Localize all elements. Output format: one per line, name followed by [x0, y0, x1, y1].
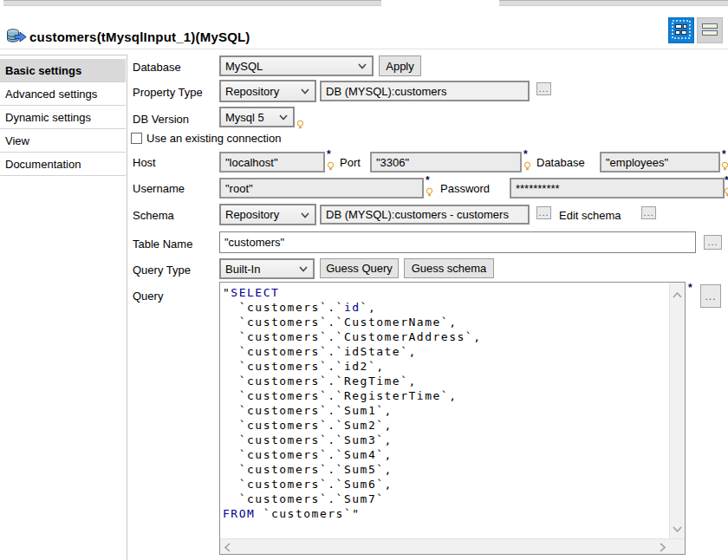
sidebar-top-border	[0, 55, 127, 55]
database-name-field[interactable]: "employees"	[600, 152, 720, 173]
query-code-line: `customers`.`Sum2`,	[223, 418, 667, 433]
db-version-combo[interactable]: Mysql 5	[219, 107, 295, 127]
db-version-label: DB Version	[133, 113, 189, 126]
table-name-more-button[interactable]: ...	[704, 235, 722, 250]
query-code-line: `customers`.`Sum1`,	[223, 403, 667, 418]
form-view-icon	[672, 20, 691, 42]
chevron-down-icon	[301, 212, 309, 218]
required-asterisk: *	[523, 148, 528, 160]
property-type-label: Property Type	[133, 86, 203, 99]
guess-query-button[interactable]: Guess Query	[320, 258, 399, 278]
schema-repository-field[interactable]: DB (MYSQL):customers - customers	[320, 205, 530, 225]
sidebar-item-dynamic-settings[interactable]: Dynamic settings	[0, 106, 126, 129]
edit-schema-more-button[interactable]: ...	[641, 206, 656, 219]
edit-schema-label: Edit schema	[559, 209, 621, 222]
editor-tab-strip-right[interactable]	[499, 0, 728, 6]
query-more-button[interactable]: ...	[700, 284, 721, 308]
query-code-line: `customers`.`id`,	[223, 300, 667, 315]
apply-button[interactable]: Apply	[379, 55, 421, 76]
query-code-line: "SELECT	[223, 285, 667, 300]
db-input-icon	[6, 29, 27, 48]
table-view-toggle-button[interactable]	[697, 17, 723, 43]
editor-tab-strip-left[interactable]	[3, 0, 381, 6]
sidebar-divider	[127, 55, 127, 560]
chevron-down-icon	[301, 88, 309, 94]
database-combo-value: MySQL	[225, 60, 263, 73]
hint-bulb-icon	[426, 187, 433, 200]
use-existing-connection-checkbox[interactable]	[131, 133, 142, 144]
schema-label: Schema	[133, 209, 174, 222]
required-asterisk: *	[688, 282, 692, 294]
chevron-down-icon	[279, 114, 288, 120]
query-code-line: `customers`.`Sum7`	[223, 492, 667, 506]
query-code-line: `customers`.`Sum4`,	[223, 447, 667, 462]
query-type-label: Query Type	[133, 264, 191, 277]
page-title: customers(tMysqlInput_1)(MySQL)	[29, 29, 250, 44]
query-type-combo[interactable]: Built-In	[219, 258, 315, 279]
database-combo[interactable]: MySQL	[219, 55, 374, 76]
db-version-combo-value: Mysql 5	[225, 111, 264, 124]
schema-combo-value: Repository	[225, 208, 279, 221]
query-vertical-scrollbar[interactable]	[669, 283, 685, 539]
password-label: Password	[440, 182, 490, 195]
chevron-down-icon	[358, 63, 367, 69]
query-code-line: `customers`.`id2`,	[223, 359, 667, 374]
scroll-right-icon[interactable]	[660, 542, 666, 555]
sidebar-item-documentation[interactable]: Documentation	[0, 153, 126, 176]
query-code-line: `customers`.`Sum3`,	[223, 433, 667, 447]
property-type-combo[interactable]: Repository	[219, 80, 316, 102]
query-code-line: `customers`.`Sum6`,	[223, 477, 667, 492]
sidebar-item-view[interactable]: View	[0, 129, 126, 153]
query-editor[interactable]: "SELECT `customers`.`id`, `customers`.`C…	[219, 282, 686, 555]
form-view-toggle-button[interactable]	[668, 17, 694, 43]
hint-bulb-icon	[296, 120, 304, 133]
password-field[interactable]: **********	[510, 178, 725, 199]
required-asterisk: *	[725, 174, 728, 186]
scroll-down-icon[interactable]	[673, 522, 682, 535]
component-settings-view: customers(tMysqlInput_1)(MySQL) Basic se…	[0, 0, 728, 560]
port-label: Port	[340, 156, 361, 169]
query-horizontal-scrollbar[interactable]	[220, 538, 685, 554]
use-existing-connection-label: Use an existing connection	[146, 132, 281, 145]
scroll-up-icon[interactable]	[673, 288, 682, 301]
host-field[interactable]: "localhost"	[219, 152, 325, 173]
query-code-line: `customers`.`idState`,	[223, 344, 667, 359]
table-name-field[interactable]: "customers"	[219, 231, 696, 253]
username-field[interactable]: "root"	[219, 178, 424, 199]
query-code[interactable]: "SELECT `customers`.`id`, `customers`.`C…	[223, 285, 667, 537]
sidebar-item-advanced-settings[interactable]: Advanced settings	[0, 82, 126, 106]
port-field[interactable]: "3306"	[370, 152, 522, 173]
table-view-icon	[700, 20, 719, 41]
required-asterisk: *	[426, 174, 430, 186]
chevron-down-icon	[299, 266, 308, 272]
property-repository-field[interactable]: DB (MYSQL):customers	[320, 81, 530, 101]
hint-bulb-icon	[724, 187, 728, 200]
hint-bulb-icon	[327, 161, 335, 174]
table-name-label: Table Name	[133, 238, 192, 251]
query-code-line: `customers`.`Sum5`,	[223, 462, 667, 477]
guess-schema-button[interactable]: Guess schema	[404, 258, 494, 278]
property-more-button[interactable]: ...	[536, 82, 551, 95]
username-label: Username	[133, 182, 185, 195]
query-type-combo-value: Built-In	[225, 263, 260, 276]
query-code-line: `customers`.`RegTime`,	[223, 374, 667, 388]
host-label: Host	[133, 156, 156, 169]
required-asterisk: *	[722, 148, 726, 160]
schema-combo[interactable]: Repository	[219, 204, 316, 225]
query-code-line: `customers`.`RegisterTime`,	[223, 388, 667, 403]
scroll-left-icon[interactable]	[224, 542, 231, 555]
hint-bulb-icon	[523, 161, 531, 174]
query-label: Query	[133, 290, 163, 303]
database-name-label: Database	[536, 156, 585, 169]
database-label: Database	[133, 61, 181, 74]
property-type-combo-value: Repository	[225, 85, 279, 98]
title-separator	[0, 49, 728, 49]
required-asterisk: *	[327, 148, 331, 160]
hint-bulb-icon	[721, 161, 728, 174]
query-code-line: FROM `customers`"	[223, 506, 667, 521]
query-code-line: `customers`.`CustomerName`,	[223, 315, 667, 329]
sidebar-item-basic-settings[interactable]: Basic settings	[0, 59, 126, 82]
schema-more-button[interactable]: ...	[536, 206, 551, 219]
query-code-line: `customers`.`CustomerAddress`,	[223, 329, 667, 344]
